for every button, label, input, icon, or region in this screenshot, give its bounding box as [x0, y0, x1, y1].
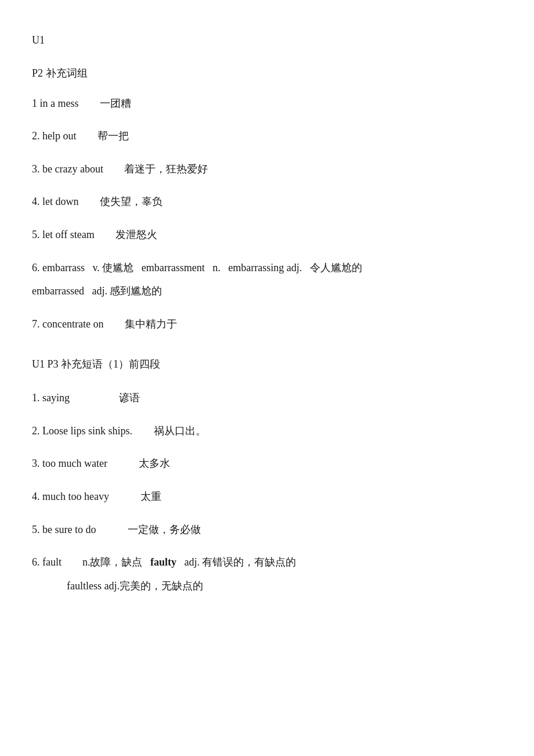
p3-item-1: 1. saying 谚语: [32, 389, 502, 407]
p3-item-5-chinese: 一定做，务必做: [128, 524, 201, 535]
p3-item-6: 6. fault n.故障，缺点 faulty adj. 有错误的，有缺点的 f…: [32, 553, 502, 595]
p2-header: P2 补充词组: [32, 65, 502, 82]
item-3-english: 3. be crazy about: [32, 163, 103, 175]
vocab-item-4: 4. let down 使失望，辜负: [32, 193, 502, 211]
item-6-line1: 6. embarrass v. 使尴尬 embarrassment n. emb…: [32, 259, 502, 277]
p3-item-4-chinese: 太重: [140, 491, 161, 502]
page-container: U1 P2 补充词组 1 in a mess 一团糟 2. help out 帮…: [32, 32, 502, 595]
item-1-chinese: 一团糟: [100, 98, 131, 109]
item-5-chinese: 发泄怒火: [116, 229, 157, 240]
vocab-item-6: 6. embarrass v. 使尴尬 embarrassment n. emb…: [32, 259, 502, 300]
item-2-chinese: 帮一把: [98, 130, 129, 142]
item-4-english: 4. let down: [32, 196, 79, 207]
vocab-item-1: 1 in a mess 一团糟: [32, 95, 502, 113]
u1-p3-header: U1 P3 补充短语（1）前四段: [32, 356, 502, 373]
p3-item-6-line2: faultless adj.完美的，无缺点的: [67, 577, 502, 595]
p3-item-2-english: 2. Loose lips sink ships.: [32, 425, 132, 437]
u1-header: U1: [32, 32, 502, 49]
vocab-item-5: 5. let off steam 发泄怒火: [32, 226, 502, 244]
vocab-item-7: 7. concentrate on 集中精力于: [32, 315, 502, 333]
item-1-num: 1 in a mess: [32, 98, 79, 109]
p3-item-4: 4. much too heavy 太重: [32, 488, 502, 506]
vocab-item-3: 3. be crazy about 着迷于，狂热爱好: [32, 160, 502, 178]
item-6-line2: embarrassed adj. 感到尴尬的: [32, 282, 502, 300]
vocab-item-2: 2. help out 帮一把: [32, 127, 502, 145]
item-7-chinese: 集中精力于: [125, 318, 177, 330]
p3-item-4-english: 4. much too heavy: [32, 491, 109, 502]
p3-item-5-english: 5. be sure to do: [32, 524, 96, 535]
item-7-english: 7. concentrate on: [32, 318, 103, 330]
p3-item-1-english: 1. saying: [32, 392, 70, 404]
p3-item-6-line1: 6. fault n.故障，缺点 faulty adj. 有错误的，有缺点的: [32, 553, 502, 571]
item-3-chinese: 着迷于，狂热爱好: [124, 163, 208, 175]
p3-item-3: 3. too much water 太多水: [32, 455, 502, 473]
p3-item-2-chinese: 祸从口出。: [154, 425, 206, 437]
item-2-english: 2. help out: [32, 130, 77, 142]
p3-item-1-chinese: 谚语: [119, 392, 140, 404]
item-5-english: 5. let off steam: [32, 229, 95, 240]
p3-item-3-english: 3. too much water: [32, 458, 107, 469]
p3-item-3-chinese: 太多水: [139, 458, 170, 469]
item-4-chinese: 使失望，辜负: [100, 196, 163, 207]
p3-item-2: 2. Loose lips sink ships. 祸从口出。: [32, 422, 502, 440]
p3-item-5: 5. be sure to do 一定做，务必做: [32, 521, 502, 539]
